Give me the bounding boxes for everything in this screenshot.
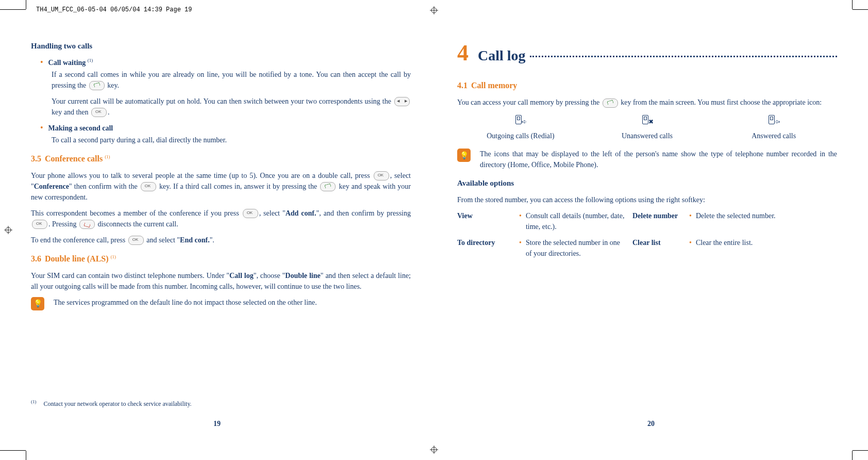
double-line-p1: Your SIM card can contain two distinct t…	[31, 270, 411, 292]
bullet-dot-icon: •	[40, 57, 43, 68]
unanswered-calls-label: Unanswered calls	[622, 132, 673, 140]
ok-key-icon	[128, 236, 144, 245]
tip-text: The services programmed on the default l…	[54, 297, 411, 308]
option-view-desc: •Consult call details (number, date, tim…	[519, 210, 627, 232]
heading-handling-two-calls: Handling two calls	[31, 40, 411, 52]
page-number: 20	[434, 418, 868, 429]
section-number: 4.1	[457, 81, 468, 90]
outgoing-calls-col: ➪ Outgoing calls (Redial)	[457, 114, 584, 141]
call-waiting-body1: If a second call comes in while you are …	[52, 69, 411, 91]
option-delete-number-label: Delete number	[632, 210, 684, 232]
tip-icon: 💡	[457, 149, 471, 162]
section-title: Conference calls	[45, 154, 105, 163]
second-call-title: Making a second call	[48, 123, 113, 134]
ok-key-icon	[374, 171, 389, 180]
conference-p3: To end the conference call, press and se…	[31, 235, 411, 245]
section-3-5: 3.5 Conference calls (1)	[31, 153, 411, 165]
call-waiting-title: Call waiting	[48, 59, 88, 67]
leader-dots	[530, 56, 837, 57]
outgoing-calls-label: Outgoing calls (Redial)	[487, 132, 554, 140]
page-right: 4 Call log 4.1 Call memory You can acces…	[434, 0, 868, 460]
option-clear-list-label: Clear list	[632, 237, 684, 259]
footnote-ref: (1)	[105, 154, 110, 159]
conference-p2: This correspondent becomes a member of t…	[31, 208, 411, 229]
ok-key-icon	[32, 220, 47, 229]
page-left: Handling two calls • Call waiting (1) If…	[0, 0, 434, 460]
call-key-icon	[320, 182, 336, 191]
section-3-6: 3.6 Double line (ALS) (1)	[31, 253, 411, 265]
bullet-second-call: • Making a second call	[40, 123, 411, 134]
tip-double-line: 💡 The services programmed on the default…	[31, 297, 411, 310]
tip-icon: 💡	[31, 297, 44, 310]
section-number: 3.6	[31, 254, 41, 263]
conference-p1: Your phone allows you to talk to several…	[31, 170, 411, 203]
second-call-body: To call a second party during a call, di…	[52, 135, 411, 145]
option-to-directory-label: To directory	[457, 237, 514, 259]
available-options-intro: From the stored number, you can access t…	[457, 194, 837, 205]
outgoing-calls-icon: ➪	[515, 114, 526, 125]
footnote: (1)Contact your network operator to chec…	[31, 399, 403, 408]
chapter-title: Call log	[478, 45, 526, 67]
tip-call-icons: 💡 The icons that may be displayed to the…	[457, 149, 837, 170]
call-waiting-body2: Your current call will be automatically …	[52, 96, 411, 118]
call-key-icon	[89, 81, 105, 90]
answered-calls-label: Answered calls	[752, 132, 796, 140]
tip-text: The icons that may be displayed to the l…	[480, 149, 837, 170]
chapter-number: 4	[457, 36, 469, 70]
call-type-icons: ➪ Outgoing calls (Redial) ✖ Unanswered c…	[457, 114, 837, 141]
footnote-ref: (1)	[111, 254, 116, 259]
bullet-call-waiting: • Call waiting (1)	[40, 57, 411, 68]
page-number: 19	[0, 418, 434, 429]
options-grid: View •Consult call details (number, date…	[457, 210, 837, 259]
option-clear-list-desc: •Clear the entire list.	[689, 237, 837, 259]
answered-calls-icon: ➪	[769, 114, 779, 125]
option-delete-number-desc: •Delete the selected number.	[689, 210, 837, 232]
chapter-heading: 4 Call log	[457, 36, 837, 70]
option-view-label: View	[457, 210, 514, 232]
unanswered-calls-icon: ✖	[642, 114, 653, 125]
ok-key-icon	[243, 209, 258, 218]
section-title: Double line (ALS)	[45, 254, 111, 263]
ok-key-icon	[91, 108, 107, 117]
section-4-1: 4.1 Call memory	[457, 79, 837, 92]
footnote-ref: (1)	[88, 58, 93, 63]
unanswered-calls-col: ✖ Unanswered calls	[584, 114, 711, 141]
bullet-dot-icon: •	[40, 123, 43, 134]
section-number: 3.5	[31, 154, 41, 163]
answered-calls-col: ➪ Answered calls	[710, 114, 837, 141]
call-memory-intro: You can access your call memory by press…	[457, 97, 837, 108]
call-key-icon	[603, 98, 618, 108]
section-title: Call memory	[471, 81, 517, 90]
ok-key-icon	[141, 182, 156, 191]
nav-key-icon	[394, 97, 410, 106]
hangup-key-icon	[79, 220, 95, 229]
option-to-directory-desc: •Store the selected number in one of you…	[519, 237, 627, 259]
heading-available-options: Available options	[457, 177, 837, 189]
